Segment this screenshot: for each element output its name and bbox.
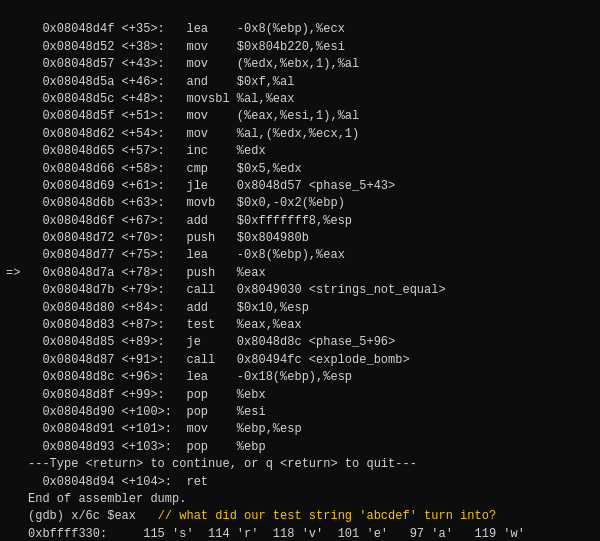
terminal-line: 0x08048d80 <+84>: add $0x10,%esp (6, 300, 594, 317)
line-text: 0x08048d8c <+96>: lea -0x18(%ebp),%esp (28, 369, 352, 386)
line-text: 0x08048d7b <+79>: call 0x8049030 <string… (28, 282, 446, 299)
line-text: ---Type <return> to continue, or q <retu… (28, 456, 417, 473)
line-text: 0x08048d91 <+101>: mov %ebp,%esp (28, 421, 302, 438)
terminal-line: 0x08048d65 <+57>: inc %edx (6, 143, 594, 160)
terminal-line: 0x08048d8c <+96>: lea -0x18(%ebp),%esp (6, 369, 594, 386)
line-text: 0x08048d90 <+100>: pop %esi (28, 404, 266, 421)
line-arrow (6, 352, 28, 369)
terminal-line: (gdb) x/6c $eax // what did our test str… (6, 508, 594, 525)
terminal-line: 0x08048d83 <+87>: test %eax,%eax (6, 317, 594, 334)
line-arrow (6, 247, 28, 264)
terminal-line: 0x08048d91 <+101>: mov %ebp,%esp (6, 421, 594, 438)
line-arrow (6, 404, 28, 421)
line-text: 0x08048d80 <+84>: add $0x10,%esp (28, 300, 309, 317)
line-text: (gdb) x/6c $eax (28, 508, 158, 525)
line-text: 0x08048d65 <+57>: inc %edx (28, 143, 266, 160)
line-text: 0xbffff330: 115 's' 114 'r' 118 'v' 101 … (28, 526, 525, 541)
terminal-line: 0x08048d90 <+100>: pop %esi (6, 404, 594, 421)
line-text: 0x08048d5a <+46>: and $0xf,%al (28, 74, 294, 91)
line-text: 0x08048d7a <+78>: push %eax (28, 265, 266, 282)
line-arrow: => (6, 265, 28, 282)
terminal-line: 0x08048d7b <+79>: call 0x8049030 <string… (6, 282, 594, 299)
terminal: 0x08048d4f <+35>: lea -0x8(%ebp),%ecx 0x… (0, 0, 600, 541)
line-arrow (6, 491, 28, 508)
line-text: 0x08048d52 <+38>: mov $0x804b220,%esi (28, 39, 345, 56)
line-arrow (6, 161, 28, 178)
line-arrow (6, 334, 28, 351)
line-arrow (6, 439, 28, 456)
terminal-line: 0x08048d85 <+89>: je 0x8048d8c <phase_5+… (6, 334, 594, 351)
terminal-line: 0x08048d94 <+104>: ret (6, 474, 594, 491)
line-text: 0x08048d69 <+61>: jle 0x8048d57 <phase_5… (28, 178, 395, 195)
terminal-line: => 0x08048d7a <+78>: push %eax (6, 265, 594, 282)
line-arrow (6, 474, 28, 491)
line-arrow (6, 213, 28, 230)
line-arrow (6, 230, 28, 247)
line-arrow (6, 282, 28, 299)
line-text: 0x08048d77 <+75>: lea -0x8(%ebp),%eax (28, 247, 345, 264)
line-arrow (6, 456, 28, 473)
line-arrow (6, 39, 28, 56)
terminal-line: 0xbffff330: 115 's' 114 'r' 118 'v' 101 … (6, 526, 594, 541)
line-arrow (6, 178, 28, 195)
line-text: 0x08048d57 <+43>: mov (%edx,%ebx,1),%al (28, 56, 359, 73)
terminal-line: 0x08048d62 <+54>: mov %al,(%edx,%ecx,1) (6, 126, 594, 143)
line-text: 0x08048d62 <+54>: mov %al,(%edx,%ecx,1) (28, 126, 359, 143)
line-arrow (6, 108, 28, 125)
line-text: 0x08048d5f <+51>: mov (%eax,%esi,1),%al (28, 108, 359, 125)
line-arrow (6, 56, 28, 73)
terminal-line: 0x08048d5a <+46>: and $0xf,%al (6, 74, 594, 91)
line-arrow (6, 508, 28, 525)
terminal-line: 0x08048d6f <+67>: add $0xfffffff8,%esp (6, 213, 594, 230)
line-arrow (6, 195, 28, 212)
line-text: 0x08048d4f <+35>: lea -0x8(%ebp),%ecx (28, 21, 345, 38)
terminal-line: 0x08048d57 <+43>: mov (%edx,%ebx,1),%al (6, 56, 594, 73)
line-arrow (6, 74, 28, 91)
line-arrow (6, 126, 28, 143)
terminal-line: ---Type <return> to continue, or q <retu… (6, 456, 594, 473)
terminal-line: 0x08048d69 <+61>: jle 0x8048d57 <phase_5… (6, 178, 594, 195)
terminal-line: 0x08048d77 <+75>: lea -0x8(%ebp),%eax (6, 247, 594, 264)
line-text: 0x08048d6f <+67>: add $0xfffffff8,%esp (28, 213, 352, 230)
terminal-line: 0x08048d93 <+103>: pop %ebp (6, 439, 594, 456)
line-text: End of assembler dump. (28, 491, 186, 508)
line-arrow (6, 21, 28, 38)
line-arrow (6, 91, 28, 108)
line-text: 0x08048d83 <+87>: test %eax,%eax (28, 317, 302, 334)
line-arrow (6, 369, 28, 386)
line-arrow (6, 387, 28, 404)
terminal-line: 0x08048d8f <+99>: pop %ebx (6, 387, 594, 404)
line-text: 0x08048d85 <+89>: je 0x8048d8c <phase_5+… (28, 334, 395, 351)
line-text: 0x08048d6b <+63>: movb $0x0,-0x2(%ebp) (28, 195, 345, 212)
line-text: 0x08048d87 <+91>: call 0x80494fc <explod… (28, 352, 410, 369)
line-text: 0x08048d66 <+58>: cmp $0x5,%edx (28, 161, 302, 178)
line-arrow (6, 526, 28, 541)
line-arrow (6, 300, 28, 317)
line-text: 0x08048d8f <+99>: pop %ebx (28, 387, 266, 404)
line-text: 0x08048d5c <+48>: movsbl %al,%eax (28, 91, 294, 108)
line-comment: // what did our test string 'abcdef' tur… (158, 508, 496, 525)
terminal-line: 0x08048d5f <+51>: mov (%eax,%esi,1),%al (6, 108, 594, 125)
terminal-line: End of assembler dump. (6, 491, 594, 508)
terminal-line: 0x08048d66 <+58>: cmp $0x5,%edx (6, 161, 594, 178)
line-arrow (6, 317, 28, 334)
line-text: 0x08048d94 <+104>: ret (28, 474, 208, 491)
line-text: 0x08048d72 <+70>: push $0x804980b (28, 230, 309, 247)
terminal-line: 0x08048d72 <+70>: push $0x804980b (6, 230, 594, 247)
line-arrow (6, 143, 28, 160)
terminal-line: 0x08048d5c <+48>: movsbl %al,%eax (6, 91, 594, 108)
terminal-line: 0x08048d87 <+91>: call 0x80494fc <explod… (6, 352, 594, 369)
terminal-line: 0x08048d4f <+35>: lea -0x8(%ebp),%ecx (6, 21, 594, 38)
terminal-line: 0x08048d6b <+63>: movb $0x0,-0x2(%ebp) (6, 195, 594, 212)
line-arrow (6, 421, 28, 438)
line-text: 0x08048d93 <+103>: pop %ebp (28, 439, 266, 456)
terminal-line: 0x08048d52 <+38>: mov $0x804b220,%esi (6, 39, 594, 56)
